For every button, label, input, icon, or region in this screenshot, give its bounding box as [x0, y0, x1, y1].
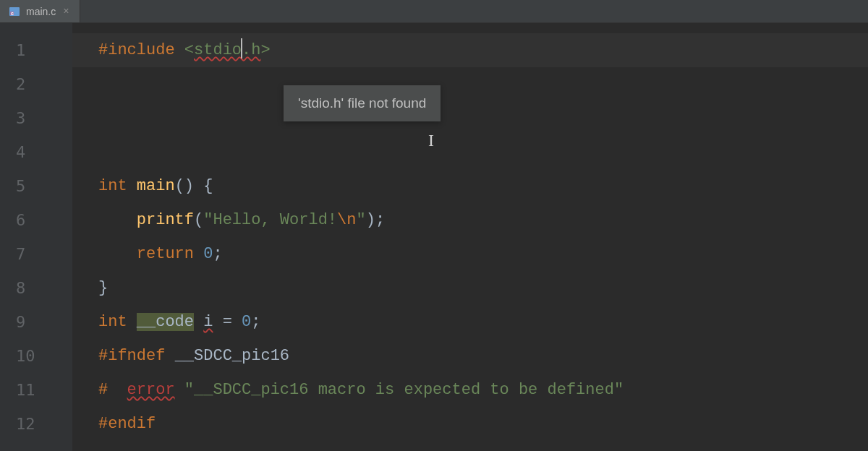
error-msg: "__SDCC_pic16 macro is expected to be de…: [184, 381, 624, 399]
line-number[interactable]: 12: [0, 407, 72, 441]
line-number[interactable]: 10: [0, 339, 72, 373]
line-number[interactable]: 8: [0, 271, 72, 305]
code-line-1[interactable]: #include <stdio.h>: [98, 33, 868, 67]
code-line-3[interactable]: [98, 101, 868, 135]
line-number[interactable]: 9: [0, 305, 72, 339]
kw-return: return: [137, 245, 203, 263]
close-brace: }: [98, 279, 108, 297]
space: [194, 313, 203, 331]
string-part2: ": [356, 211, 365, 229]
preproc-error: error: [127, 381, 175, 399]
line-number[interactable]: 3: [0, 101, 72, 135]
code-line-5[interactable]: int main() {: [98, 169, 868, 203]
kw-int: int: [98, 313, 137, 331]
code-line-11[interactable]: # error "__SDCC_pic16 macro is expected …: [98, 373, 868, 407]
c-file-icon: c: [9, 6, 20, 17]
code-line-7[interactable]: return 0;: [98, 237, 868, 271]
num-zero: 0: [242, 313, 251, 331]
error-tooltip: 'stdio.h' file not found: [284, 85, 441, 121]
preproc-ifndef: #ifndef: [98, 347, 175, 365]
macro-name: __SDCC_pic16: [175, 347, 289, 365]
num-zero: 0: [203, 245, 213, 263]
eq: =: [213, 313, 242, 331]
code-qualifier: __code: [137, 313, 194, 331]
paren-brace: () {: [175, 177, 213, 195]
code-line-6[interactable]: printf("Hello, World!\n");: [98, 203, 868, 237]
code-area[interactable]: #include <stdio.h> int main() { printf("…: [72, 23, 868, 451]
close-icon[interactable]: ×: [61, 6, 70, 17]
code-line-12[interactable]: #endif: [98, 407, 868, 441]
indent: [98, 245, 137, 263]
preproc-hash: #: [98, 381, 127, 399]
preproc-include: #include: [98, 41, 184, 59]
space: [175, 381, 184, 399]
include-lt: <: [184, 41, 194, 59]
indent: [98, 211, 137, 229]
line-number[interactable]: 7: [0, 237, 72, 271]
line-number[interactable]: 4: [0, 135, 72, 169]
lparen: (: [194, 211, 203, 229]
line-number[interactable]: 5: [0, 169, 72, 203]
fn-main: main: [137, 177, 175, 195]
ibeam-cursor-icon: I: [428, 131, 434, 150]
string-escape: \n: [337, 211, 356, 229]
include-stdio: stdio: [194, 41, 242, 59]
editor: 1 2 3 4 5 6 7 8 9 10 11 12 #include <std…: [0, 23, 868, 451]
file-tab[interactable]: c main.c ×: [0, 0, 80, 22]
tab-label: main.c: [26, 6, 56, 17]
code-line-8[interactable]: }: [98, 271, 868, 305]
kw-int: int: [98, 177, 137, 195]
semi: ;: [251, 313, 260, 331]
semi: ;: [213, 245, 222, 263]
include-gt: >: [260, 41, 270, 59]
fn-printf: printf: [137, 211, 194, 229]
include-doth: .h: [242, 41, 260, 59]
line-number[interactable]: 6: [0, 203, 72, 237]
preproc-endif: #endif: [98, 415, 156, 433]
rparen-semi: );: [366, 211, 385, 229]
string-part1: "Hello, World!: [203, 211, 337, 229]
svg-text:c: c: [11, 11, 14, 16]
line-number[interactable]: 11: [0, 373, 72, 407]
var-i: i: [203, 313, 213, 331]
tab-bar: c main.c ×: [0, 0, 868, 23]
code-line-9[interactable]: int __code i = 0;: [98, 305, 868, 339]
code-line-2[interactable]: [98, 67, 868, 101]
gutter: 1 2 3 4 5 6 7 8 9 10 11 12: [0, 23, 72, 451]
line-number[interactable]: 2: [0, 67, 72, 101]
code-line-4[interactable]: [98, 135, 868, 169]
code-line-10[interactable]: #ifndef __SDCC_pic16: [98, 339, 868, 373]
line-number[interactable]: 1: [0, 33, 72, 67]
